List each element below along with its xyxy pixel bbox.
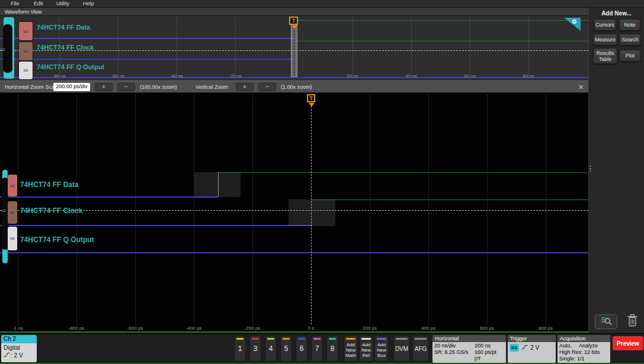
dvm-stripe [396, 338, 408, 340]
v-zoom-plus-button[interactable]: + [236, 83, 254, 91]
ov-axis-label: -20 ns [229, 73, 242, 79]
d2-low-trace [0, 197, 218, 198]
d2-transition-region [194, 172, 241, 197]
h-zoom-plus-button[interactable]: + [95, 83, 113, 91]
add-math-label: Add New Math [344, 342, 357, 358]
trash-button[interactable] [624, 313, 640, 330]
main-axis-label: 0 s [308, 326, 315, 331]
dvm-button[interactable]: DVM [393, 336, 410, 362]
afg-stripe [415, 338, 427, 340]
channel-5-button[interactable]: 5 [280, 336, 292, 362]
horizontal-title: Horizontal [432, 335, 506, 342]
channel-3-button[interactable]: 3 [249, 336, 261, 362]
h-duration: 200 ns [475, 343, 491, 349]
trash-icon [627, 314, 638, 330]
v-zoom-label: Vertical Zoom [196, 84, 228, 90]
v-zoom-minus-button[interactable]: − [258, 83, 276, 91]
ov-label-d2[interactable]: 74HCT74 FF Data [37, 24, 90, 31]
ov-d0-low-trace [0, 77, 588, 78]
main-axis-label: 800 ps [539, 326, 553, 331]
channel-6-button[interactable]: 6 [296, 336, 307, 362]
rising-edge-icon [4, 352, 10, 359]
waveform-overview[interactable]: C2 D2 D1 D0 74HCT74 FF Data 74HCT74 FF C… [0, 16, 588, 80]
ov-trigger-flag-tail [291, 25, 297, 29]
main-axis-label: -800 ps [69, 326, 85, 331]
badge-d2[interactable]: D2 [8, 175, 17, 197]
channel-7-button[interactable]: 7 [311, 336, 323, 362]
badge-d0[interactable]: D0 [8, 227, 17, 250]
zoom-waveform-view[interactable]: T C2 D2 D1 D0 74HCT74 FF Data 74HCT74 FF… [0, 93, 588, 333]
channel-1-label: 1 [238, 344, 242, 353]
acquisition-panel[interactable]: Acquisition Auto,Analyze High Res: 12 bi… [558, 335, 610, 363]
preview-button[interactable]: Preview [613, 336, 643, 350]
ref-color-stripe [361, 338, 371, 340]
acquisition-title: Acquisition [558, 335, 610, 342]
ov-label-d1[interactable]: 74HCT74 FF Clock [37, 44, 94, 51]
ch4-color-stripe [267, 338, 274, 340]
ov-badge-d1[interactable]: D1 [19, 42, 33, 60]
trigger-panel[interactable]: Trigger D1 2 V [508, 335, 556, 363]
menu-edit[interactable]: Edit [34, 0, 43, 8]
panel-splitter-handle[interactable]: ⋮ [587, 166, 594, 170]
menu-file[interactable]: File [11, 0, 20, 8]
ch8-color-stripe [329, 338, 336, 340]
ch3-color-stripe [252, 338, 259, 340]
ov-badge-d0[interactable]: D0 [19, 62, 33, 79]
channel-4-button[interactable]: 4 [265, 336, 277, 362]
main-axis-label: 400 ps [421, 326, 435, 331]
overview-zoom-lens-icon [572, 20, 576, 24]
channel-4-label: 4 [269, 344, 273, 353]
tab-waveform-view[interactable]: Waveform View [5, 8, 42, 16]
ov-badge-d2[interactable]: D2 [19, 22, 33, 40]
search-button[interactable]: Search [619, 34, 641, 46]
ch1-color-stripe [236, 338, 243, 340]
ch2-mode: Digital [4, 344, 37, 352]
add-new-ref-button[interactable]: Add New Ref [359, 336, 373, 362]
d1-low-trace [0, 225, 312, 226]
ov-trigger-source-tag: C2 [1, 48, 5, 51]
add-new-title: Add New... [589, 10, 644, 17]
math-color-stripe [346, 338, 355, 340]
bus-color-stripe [377, 338, 386, 340]
note-button[interactable]: Note [619, 19, 640, 31]
zoom-toolbar: Horizontal Zoom Scale 200.00 ps/div + − … [0, 80, 588, 93]
ov-trigger-flag[interactable]: T [289, 17, 298, 25]
ch7-color-stripe [313, 338, 321, 340]
dvm-label: DVM [395, 346, 408, 352]
trigger-source-tag: C2 [1, 209, 6, 212]
label-d1[interactable]: 74HCT74 FF Clock [20, 207, 82, 215]
ov-axis-label: 40 ns [405, 73, 417, 79]
trigger-title: Trigger [508, 335, 556, 342]
label-d2[interactable]: 74HCT74 FF Data [20, 181, 79, 189]
badge-d1[interactable]: D1 [8, 201, 17, 224]
cursors-button[interactable]: Cursors [594, 19, 616, 31]
trigger-level: 2 V [530, 344, 539, 351]
add-new-bus-button[interactable]: Add New Bus [374, 336, 389, 362]
channel-1-button[interactable]: 1 [234, 336, 246, 362]
plot-button[interactable]: Plot [619, 50, 641, 62]
ch2-badge[interactable]: Ch 2 Digital : 2 V [1, 335, 37, 362]
h-zoom-scale-input[interactable]: 200.00 ps/div [53, 83, 90, 91]
add-ref-label: Add New Ref [360, 342, 373, 358]
zoom-overview-button[interactable] [595, 314, 617, 329]
results-table-button[interactable]: Results Table [593, 48, 617, 64]
h-zoom-factor: (100.00x zoom) [140, 84, 177, 90]
main-trigger-flag[interactable]: T [307, 94, 315, 102]
channel-8-button[interactable]: 8 [326, 336, 338, 362]
menu-help[interactable]: Help [83, 0, 94, 8]
h-zoom-minus-button[interactable]: − [117, 83, 135, 91]
zoom-close-icon[interactable]: ✕ [578, 83, 584, 91]
measure-button[interactable]: Measure [593, 34, 617, 46]
ch6-color-stripe [298, 338, 305, 340]
horizontal-panel[interactable]: Horizontal 20 ns/div200 ns SR: 6.25 GS/s… [432, 335, 506, 363]
add-new-math-button[interactable]: Add New Math [344, 336, 358, 362]
menu-utility[interactable]: Utility [56, 0, 69, 8]
afg-button[interactable]: AFG [412, 336, 429, 362]
trigger-position-line [311, 106, 312, 324]
ov-d1-high-trace [294, 41, 588, 41]
acq-detail: High Res: 12 bits [559, 349, 608, 356]
main-axis-label: -1 ns [12, 326, 23, 331]
label-d0[interactable]: 74HCT74 FF Q Output [20, 236, 94, 244]
ov-label-d0[interactable]: 74HCT74 FF Q Output [37, 63, 104, 70]
ov-axis-label: -40 ns [170, 73, 183, 79]
